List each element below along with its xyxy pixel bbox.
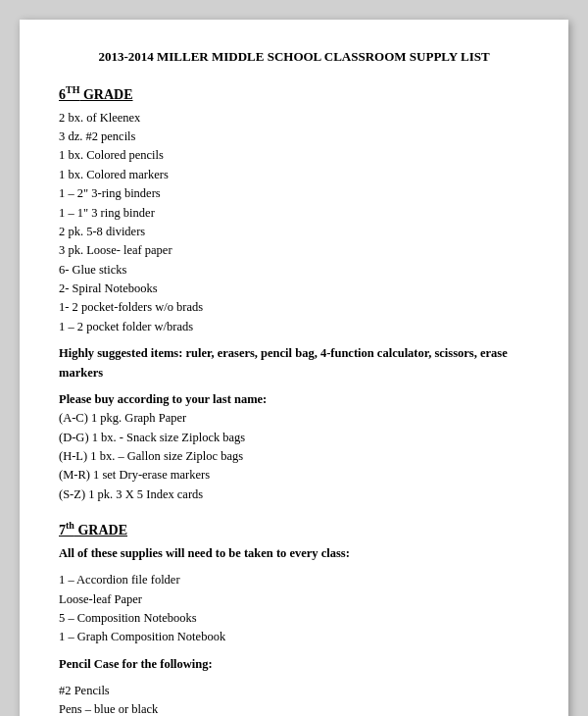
list-item: 1- 2 pocket-folders w/o brads (59, 298, 529, 317)
list-item: 2- Spiral Notebooks (59, 280, 529, 298)
list-item: Loose-leaf Paper (59, 590, 529, 609)
list-item: #2 Pencils (59, 682, 529, 700)
list-item: 1 – 1" 3 ring binder (59, 204, 529, 223)
list-item: 3 pk. Loose- leaf paper (59, 241, 529, 260)
list-item: (H-L) 1 bx. – Gallon size Ziploc bags (59, 447, 529, 466)
list-item: (A-C) 1 pkg. Graph Paper (59, 409, 529, 428)
document-page: 2013-2014 MILLER MIDDLE SCHOOL CLASSROOM… (20, 20, 568, 716)
list-item: (S-Z) 1 pk. 3 X 5 Index cards (59, 486, 529, 504)
list-item: (D-G) 1 bx. - Snack size Ziplock bags (59, 429, 529, 447)
grade-6-items: 2 bx. of Kleenex3 dz. #2 pencils1 bx. Co… (59, 109, 529, 337)
list-item: 6- Glue sticks (59, 261, 529, 280)
grade-6-highly-suggested: Highly suggested items: ruler, erasers, … (59, 344, 529, 383)
grade-7-label: GRADE (74, 523, 127, 537)
list-item: 5 – Composition Notebooks (59, 609, 529, 628)
grade-7-intro: All of these supplies will need to be ta… (59, 544, 529, 563)
list-item: 1 bx. Colored pencils (59, 146, 529, 165)
list-item: (M-R) 1 set Dry-erase markers (59, 466, 529, 485)
grade-7-intro-text: All of these supplies will need to be ta… (59, 544, 529, 563)
grade-6-section: 6TH GRADE 2 bx. of Kleenex3 dz. #2 penci… (59, 84, 529, 504)
grade-6-header: 6TH GRADE (59, 84, 529, 103)
grade-6-sup: TH (66, 84, 79, 95)
grade-6-label: GRADE (79, 87, 132, 102)
list-item: Pens – blue or black (59, 700, 529, 716)
list-item: 1 – Graph Composition Notebook (59, 628, 529, 646)
pencil-case-items: #2 PencilsPens – blue or blackEraserPenc… (59, 682, 529, 716)
page-title: 2013-2014 MILLER MIDDLE SCHOOL CLASSROOM… (59, 49, 529, 65)
pencil-case-label: Pencil Case for the following: (59, 655, 529, 674)
list-item: 2 bx. of Kleenex (59, 109, 529, 128)
grade-6-number: 6 (59, 87, 66, 102)
grade-6-last-name-section: Please buy according to your last name: … (59, 390, 529, 504)
grade-7-items: 1 – Accordion file folderLoose-leaf Pape… (59, 571, 529, 647)
list-item: 1 – 2" 3-ring binders (59, 184, 529, 203)
grade-7-section: 7th GRADE All of these supplies will nee… (59, 520, 529, 716)
list-item: 1 – 2 pocket folder w/brads (59, 318, 529, 336)
list-item: 1 bx. Colored markers (59, 166, 529, 184)
last-name-label: Please buy according to your last name: (59, 390, 529, 409)
list-item: 3 dz. #2 pencils (59, 128, 529, 146)
list-item: 1 – Accordion file folder (59, 571, 529, 589)
grade-7-sup: th (66, 520, 74, 531)
list-item: 2 pk. 5-8 dividers (59, 223, 529, 241)
grade-7-header: 7th GRADE (59, 520, 529, 538)
grade-7-number: 7 (59, 523, 66, 537)
